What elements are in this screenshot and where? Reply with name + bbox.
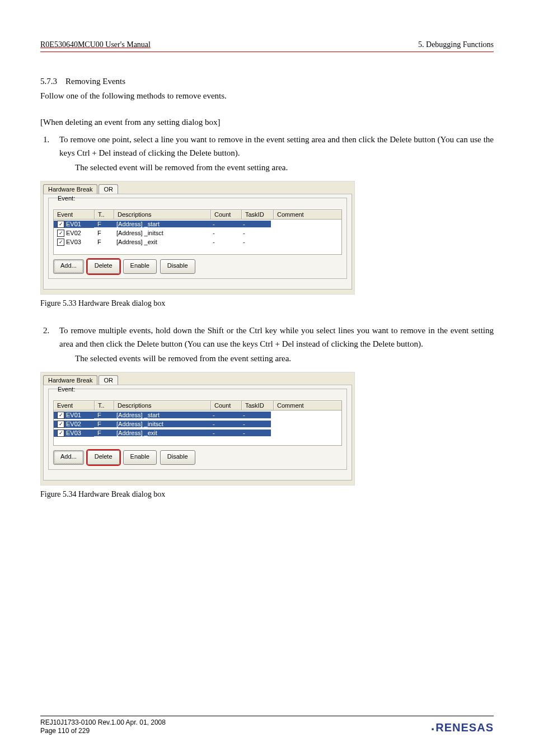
col-event[interactable]: Event bbox=[54, 210, 95, 220]
checkbox-icon[interactable] bbox=[57, 239, 64, 246]
event-row-3[interactable]: EV03 F [Address] _exit - - bbox=[54, 428, 341, 437]
col-desc[interactable]: Descriptions bbox=[114, 210, 211, 220]
ev-type: F bbox=[94, 430, 113, 436]
event-row-1[interactable]: EV01 F [Address] _start - - bbox=[54, 410, 341, 419]
tab-or[interactable]: OR bbox=[99, 184, 118, 194]
col-t[interactable]: T.. bbox=[95, 401, 114, 410]
figure-533-caption: Figure 5.33 Hardware Break dialog box bbox=[40, 299, 494, 308]
col-desc[interactable]: Descriptions bbox=[114, 401, 211, 410]
ev-label: EV02 bbox=[66, 230, 81, 236]
ev-label: EV01 bbox=[66, 412, 81, 418]
tab-strip: Hardware Break OR bbox=[41, 181, 354, 194]
add-button[interactable]: Add... bbox=[53, 259, 84, 274]
col-count[interactable]: Count bbox=[211, 401, 242, 410]
ev-task: - bbox=[240, 221, 271, 227]
tab-hardware-break[interactable]: Hardware Break bbox=[43, 375, 97, 385]
ev-type: F bbox=[94, 239, 113, 245]
page-footer: REJ10J1733-0100 Rev.1.00 Apr. 01, 2008 P… bbox=[40, 716, 494, 736]
event-fieldset: Event: Event T.. Descriptions Count Task… bbox=[48, 389, 347, 470]
ev-desc: [Address] _exit bbox=[113, 430, 209, 436]
ev-type: F bbox=[94, 230, 113, 236]
ev-type: F bbox=[94, 421, 113, 427]
figure-534-caption: Figure 5.34 Hardware Break dialog box bbox=[40, 490, 494, 499]
section-number: 5.7.3 bbox=[40, 77, 57, 86]
ev-type: F bbox=[94, 221, 113, 227]
col-event[interactable]: Event bbox=[54, 401, 95, 410]
checkbox-icon[interactable] bbox=[57, 221, 64, 228]
steps-list-2: To remove multiple events, hold down the… bbox=[40, 324, 494, 365]
ev-count: - bbox=[209, 230, 240, 236]
ev-count: - bbox=[209, 421, 240, 427]
disable-button[interactable]: Disable bbox=[160, 259, 195, 274]
header-left: R0E530640MCU00 User's Manual bbox=[40, 40, 151, 49]
page-header: R0E530640MCU00 User's Manual 5. Debuggin… bbox=[40, 40, 494, 52]
event-list-body[interactable]: EV01 F [Address] _start - - EV02 F [Addr… bbox=[53, 220, 342, 255]
ev-task: - bbox=[240, 421, 271, 427]
step-1: To remove one point, select a line you w… bbox=[51, 133, 494, 174]
ev-count: - bbox=[209, 430, 240, 436]
section-heading: 5.7.3 Removing Events bbox=[40, 77, 494, 86]
col-t[interactable]: T.. bbox=[95, 210, 114, 220]
event-row-1[interactable]: EV01 F [Address] _start - - bbox=[54, 220, 341, 228]
ev-desc: [Address] _start bbox=[113, 221, 209, 227]
checkbox-icon[interactable] bbox=[57, 421, 64, 428]
col-task[interactable]: TaskID bbox=[242, 401, 274, 410]
footer-line1: REJ10J1733-0100 Rev.1.00 Apr. 01, 2008 bbox=[40, 718, 166, 727]
step-2-text: To remove multiple events, hold down the… bbox=[59, 326, 494, 348]
footer-line2: Page 110 of 229 bbox=[40, 727, 166, 736]
section-note: [When deleting an event from any setting… bbox=[40, 116, 494, 129]
event-list-body[interactable]: EV01 F [Address] _start - - EV02 F [Addr… bbox=[53, 410, 342, 446]
add-button[interactable]: Add... bbox=[53, 450, 84, 465]
ev-task: - bbox=[240, 412, 271, 418]
col-count[interactable]: Count bbox=[211, 210, 242, 220]
section-intro: Follow one of the following methods to r… bbox=[40, 90, 494, 102]
enable-button[interactable]: Enable bbox=[123, 450, 157, 465]
ev-label: EV03 bbox=[66, 239, 81, 245]
checkbox-icon[interactable] bbox=[57, 412, 64, 419]
ev-label: EV01 bbox=[66, 221, 81, 227]
ev-label: EV03 bbox=[66, 430, 81, 436]
checkbox-icon[interactable] bbox=[57, 230, 64, 237]
event-fieldset: Event: Event T.. Descriptions Count Task… bbox=[48, 198, 347, 279]
ev-task: - bbox=[240, 239, 271, 245]
header-right: 5. Debugging Functions bbox=[418, 40, 494, 49]
col-comment[interactable]: Comment bbox=[274, 401, 342, 410]
event-row-3[interactable]: EV03 F [Address] _exit - - bbox=[54, 237, 341, 246]
ev-count: - bbox=[209, 221, 240, 227]
event-row-2[interactable]: EV02 F [Address] _initsct - - bbox=[54, 419, 341, 428]
event-list-header: Event T.. Descriptions Count TaskID Comm… bbox=[53, 400, 342, 410]
step-2-p1: The selected events will be removed from… bbox=[75, 352, 494, 365]
ev-count: - bbox=[209, 412, 240, 418]
footer-left: REJ10J1733-0100 Rev.1.00 Apr. 01, 2008 P… bbox=[40, 718, 166, 736]
col-comment[interactable]: Comment bbox=[274, 210, 342, 220]
ev-label: EV02 bbox=[66, 421, 81, 427]
tab-or[interactable]: OR bbox=[99, 375, 118, 385]
hardware-break-dialog-1: Hardware Break OR Event: Event T.. Descr… bbox=[40, 181, 355, 295]
button-row: Add... Delete Enable Disable bbox=[53, 450, 342, 465]
steps-list: To remove one point, select a line you w… bbox=[40, 133, 494, 174]
ev-desc: [Address] _exit bbox=[113, 239, 209, 245]
ev-desc: [Address] _initsct bbox=[113, 421, 209, 427]
event-row-2[interactable]: EV02 F [Address] _initsct - - bbox=[54, 228, 341, 237]
ev-task: - bbox=[240, 430, 271, 436]
delete-button[interactable]: Delete bbox=[87, 259, 120, 274]
disable-button[interactable]: Disable bbox=[160, 450, 195, 465]
enable-button[interactable]: Enable bbox=[123, 259, 157, 274]
checkbox-icon[interactable] bbox=[57, 430, 64, 437]
delete-button[interactable]: Delete bbox=[87, 450, 120, 465]
tab-strip: Hardware Break OR bbox=[41, 372, 354, 385]
dialog-panel: Event: Event T.. Descriptions Count Task… bbox=[43, 385, 352, 480]
section-title: Removing Events bbox=[65, 77, 125, 86]
step-1-text: To remove one point, select a line you w… bbox=[59, 135, 494, 157]
ev-task: - bbox=[240, 230, 271, 236]
tab-hardware-break[interactable]: Hardware Break bbox=[43, 184, 97, 194]
dialog-panel: Event: Event T.. Descriptions Count Task… bbox=[43, 194, 352, 290]
col-task[interactable]: TaskID bbox=[242, 210, 274, 220]
ev-desc: [Address] _initsct bbox=[113, 230, 209, 236]
step-1-p1: The selected event will be removed from … bbox=[75, 161, 494, 174]
hardware-break-dialog-2: Hardware Break OR Event: Event T.. Descr… bbox=[40, 372, 355, 486]
page: R0E530640MCU00 User's Manual 5. Debuggin… bbox=[0, 0, 534, 756]
ev-desc: [Address] _start bbox=[113, 412, 209, 418]
step-2: To remove multiple events, hold down the… bbox=[51, 324, 494, 365]
ev-type: F bbox=[94, 412, 113, 418]
